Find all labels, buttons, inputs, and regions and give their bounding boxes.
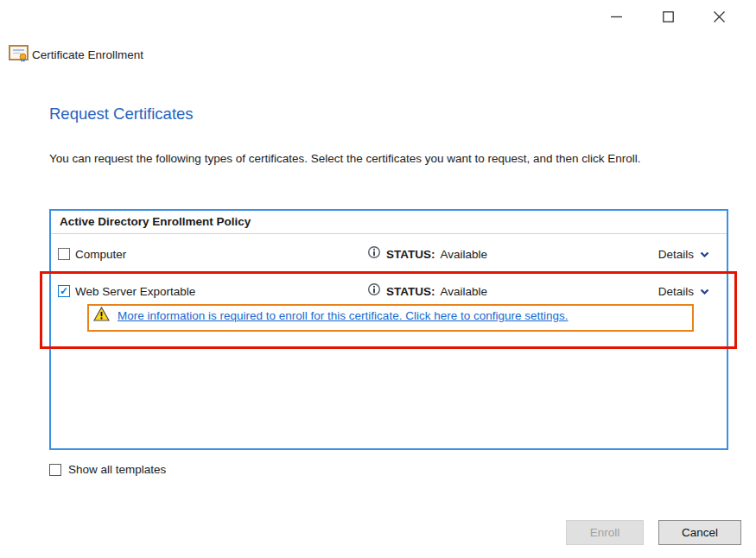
status-value: Available	[441, 248, 488, 261]
details-toggle-computer[interactable]: Details	[658, 248, 709, 261]
chevron-down-icon	[700, 248, 709, 261]
details-label: Details	[658, 248, 694, 261]
maximize-icon	[663, 11, 674, 25]
status-label: STATUS:	[386, 285, 435, 298]
page-title: Request Certificates	[49, 105, 194, 124]
show-all-templates-label: Show all templates	[68, 463, 166, 476]
minimize-button[interactable]	[598, 5, 634, 31]
computer-checkbox[interactable]	[58, 248, 70, 260]
template-row-computer: Computer STATUS: Available Details	[51, 242, 727, 266]
chevron-down-icon	[700, 285, 709, 298]
template-name: Web Server Exportable	[75, 285, 195, 298]
template-name: Computer	[75, 248, 126, 261]
show-all-templates: Show all templates	[49, 463, 166, 476]
details-label: Details	[658, 285, 694, 298]
maximize-button[interactable]	[650, 5, 686, 31]
configure-settings-link[interactable]: More information is required to enroll f…	[118, 309, 568, 322]
close-icon	[714, 11, 725, 25]
info-icon	[367, 282, 381, 300]
enrollment-policy-panel: Active Directory Enrollment Policy Compu…	[49, 209, 728, 450]
status-value: Available	[441, 285, 488, 298]
policy-panel-title: Active Directory Enrollment Policy	[51, 211, 727, 234]
cancel-button[interactable]: Cancel	[658, 520, 741, 545]
certificate-icon	[9, 45, 29, 67]
status-cluster: STATUS: Available	[367, 282, 487, 300]
dialog-title: Certificate Enrollment	[32, 48, 143, 61]
close-button[interactable]	[701, 5, 737, 31]
template-row-web-server-exportable: ✓ Web Server Exportable STATUS: Availabl…	[51, 279, 727, 303]
info-icon	[367, 245, 381, 263]
more-information-warning: More information is required to enroll f…	[93, 307, 568, 325]
show-all-templates-checkbox[interactable]	[49, 464, 61, 476]
enroll-button[interactable]: Enroll	[566, 520, 644, 545]
status-cluster: STATUS: Available	[367, 245, 487, 263]
details-toggle-web-server[interactable]: Details	[658, 285, 709, 298]
web-server-exportable-checkbox[interactable]: ✓	[58, 285, 70, 297]
minimize-icon	[611, 11, 622, 25]
page-description: You can request the following types of c…	[49, 152, 704, 167]
warning-icon	[93, 307, 110, 325]
status-label: STATUS:	[386, 248, 435, 261]
